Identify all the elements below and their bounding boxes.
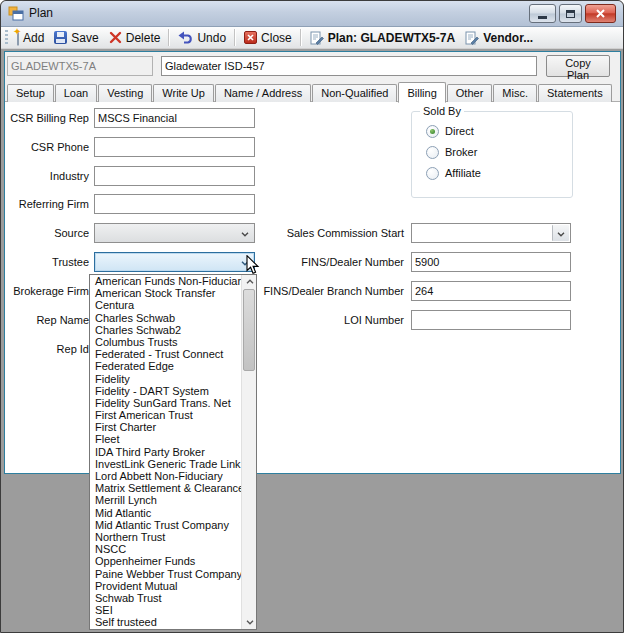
radio-direct[interactable]: Direct xyxy=(426,124,474,138)
trustee-option[interactable]: Lord Abbett Non-Fiduciary xyxy=(90,470,241,482)
referring-firm-field[interactable] xyxy=(94,194,255,214)
radio-label: Affiliate xyxy=(445,167,481,179)
window-buttons xyxy=(529,4,616,23)
tab-write-up[interactable]: Write Up xyxy=(153,84,214,102)
radio-circle-icon xyxy=(426,146,439,159)
close-label: Close xyxy=(261,31,292,45)
toolbar: ✦ Add Save Delete Undo Close xyxy=(1,27,623,49)
tab-loan[interactable]: Loan xyxy=(55,84,97,102)
fins-dealer-branch-number-field[interactable] xyxy=(411,281,571,301)
fins-dealer-number-field[interactable] xyxy=(411,252,571,272)
vendor-label: Vendor... xyxy=(483,31,533,45)
close-window-button[interactable] xyxy=(585,4,616,23)
trustee-label: Trustee xyxy=(5,252,89,272)
maximize-button[interactable] xyxy=(559,4,582,23)
sales-commission-start-combobox[interactable] xyxy=(411,223,571,243)
trustee-option[interactable]: Centura xyxy=(90,299,241,311)
radio-label: Broker xyxy=(445,146,477,158)
fins-dealer-number-label: FINS/Dealer Number xyxy=(205,252,404,272)
trustee-option[interactable]: Federated - Trust Connect xyxy=(90,348,241,360)
dropdown-scrollbar[interactable] xyxy=(241,275,256,629)
tab-setup[interactable]: Setup xyxy=(7,84,54,102)
close-plan-button[interactable]: Close xyxy=(239,29,297,47)
plan-report-label: Plan: GLADEWTX5-7A xyxy=(328,31,455,45)
scroll-down-button[interactable] xyxy=(242,616,257,629)
trustee-option[interactable]: First Charter xyxy=(90,421,241,433)
trustee-option[interactable]: Northern Trust xyxy=(90,531,241,543)
brokerage-firm-label: Brokerage Firm xyxy=(5,281,89,301)
minimize-icon xyxy=(538,16,547,19)
loi-number-field[interactable] xyxy=(411,310,571,330)
titlebar[interactable]: Plan xyxy=(1,1,623,27)
vendor-button[interactable]: Vendor... xyxy=(460,29,538,47)
trustee-option[interactable]: Mid Atlantic xyxy=(90,507,241,519)
trustee-option[interactable]: NSCC xyxy=(90,543,241,555)
trustee-option[interactable]: Mid Atlantic Trust Company xyxy=(90,519,241,531)
trustee-option[interactable]: American Funds Non-Fiduciary xyxy=(90,275,241,287)
trustee-option[interactable]: InvestLink Generic Trade Link xyxy=(90,458,241,470)
trustee-option[interactable]: Schwab Trust xyxy=(90,592,241,604)
trustee-option[interactable]: Charles Schwab2 xyxy=(90,324,241,336)
industry-field[interactable] xyxy=(94,166,255,186)
toolbar-grip[interactable] xyxy=(5,30,8,45)
add-button[interactable]: ✦ Add xyxy=(12,29,49,47)
csr-billing-rep-field[interactable] xyxy=(94,108,255,128)
scroll-thumb[interactable] xyxy=(243,289,255,371)
csr-phone-field[interactable] xyxy=(94,137,255,157)
tab-statements[interactable]: Statements xyxy=(538,84,612,102)
trustee-option[interactable]: Merrill Lynch xyxy=(90,494,241,506)
add-icon: ✦ xyxy=(17,31,19,45)
toolbar-separator xyxy=(168,29,170,46)
trustee-option[interactable]: Fidelity SunGard Trans. Net xyxy=(90,397,241,409)
save-button[interactable]: Save xyxy=(49,29,103,47)
undo-icon xyxy=(178,31,193,44)
undo-button[interactable]: Undo xyxy=(173,29,231,47)
tab-name-address[interactable]: Name / Address xyxy=(215,84,311,102)
trustee-option[interactable]: American Stock Transfer xyxy=(90,287,241,299)
window-title: Plan xyxy=(29,6,53,20)
chevron-up-icon xyxy=(246,279,254,284)
close-icon xyxy=(596,9,605,18)
tab-misc[interactable]: Misc. xyxy=(493,84,537,102)
plan-id-field[interactable] xyxy=(7,56,153,76)
trustee-option[interactable]: Fidelity - DART System xyxy=(90,385,241,397)
combo-dropdown-button[interactable] xyxy=(552,225,569,241)
save-label: Save xyxy=(71,31,98,45)
toolbar-separator xyxy=(234,29,236,46)
tab-strip: SetupLoanVestingWrite UpName / AddressNo… xyxy=(7,81,613,102)
delete-icon xyxy=(109,31,122,44)
radio-affiliate[interactable]: Affiliate xyxy=(426,166,481,180)
trustee-option[interactable]: Charles Schwab xyxy=(90,312,241,324)
tab-other[interactable]: Other xyxy=(447,84,493,102)
trustee-option[interactable]: SEI xyxy=(90,604,241,616)
minimize-button[interactable] xyxy=(529,4,556,23)
tab-non-qualified[interactable]: Non-Qualified xyxy=(312,84,397,102)
scroll-up-button[interactable] xyxy=(242,275,257,288)
radio-broker[interactable]: Broker xyxy=(426,145,477,159)
radio-label: Direct xyxy=(445,125,474,137)
trustee-option[interactable]: Columbus Trusts xyxy=(90,336,241,348)
sold-by-legend: Sold By xyxy=(420,105,464,117)
trustee-option[interactable]: Self trusteed xyxy=(90,616,241,628)
trustee-option[interactable]: Federated Edge xyxy=(90,360,241,372)
trustee-dropdown: American Funds Non-FiduciaryAmerican Sto… xyxy=(89,274,257,630)
trustee-option[interactable]: Fidelity xyxy=(90,373,241,385)
trustee-option[interactable]: Matrix Settlement & Clearance xyxy=(90,482,241,494)
plan-name-field[interactable] xyxy=(161,56,537,76)
trustee-option[interactable]: Fleet xyxy=(90,433,241,445)
trustee-option[interactable]: Oppenheimer Funds xyxy=(90,555,241,567)
rep-name-label: Rep Name xyxy=(5,310,89,330)
tab-billing[interactable]: Billing xyxy=(398,82,445,103)
trustee-option[interactable]: Provident Mutual xyxy=(90,580,241,592)
delete-button[interactable]: Delete xyxy=(104,29,166,47)
copy-plan-button[interactable]: Copy Plan xyxy=(546,55,610,77)
tab-vesting[interactable]: Vesting xyxy=(98,84,152,102)
trustee-option[interactable]: Paine Webber Trust Company xyxy=(90,568,241,580)
save-icon xyxy=(54,31,67,44)
source-label: Source xyxy=(5,223,89,243)
radio-circle-icon xyxy=(426,125,439,138)
plan-report-button[interactable]: Plan: GLADEWTX5-7A xyxy=(305,29,460,47)
trustee-option[interactable]: IDA Third Party Broker xyxy=(90,446,241,458)
trustee-option[interactable]: First American Trust xyxy=(90,409,241,421)
rep-id-label: Rep Id xyxy=(5,339,89,359)
